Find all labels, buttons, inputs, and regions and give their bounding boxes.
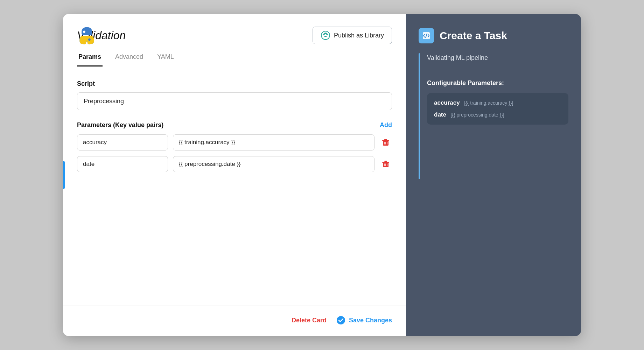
svg-rect-17	[382, 162, 389, 163]
tab-params[interactable]: Params	[77, 53, 103, 66]
right-body: Validating ML pipeline Configurable Para…	[419, 53, 568, 179]
publish-as-library-button[interactable]: Publish as Library	[313, 27, 392, 44]
delete-param-button-1[interactable]	[379, 136, 392, 149]
right-panel: Create a Task Validating ML pipeline Con…	[406, 14, 581, 336]
left-footer: Delete Card Save Changes	[63, 306, 406, 336]
trash-icon-1	[381, 138, 391, 147]
right-content: Validating ML pipeline Configurable Para…	[427, 53, 568, 179]
python-icon	[77, 26, 97, 45]
save-changes-button[interactable]: Save Changes	[336, 316, 392, 325]
svg-point-6	[83, 30, 85, 33]
trash-icon-2	[381, 159, 391, 169]
param-key-input-1[interactable]	[77, 134, 168, 150]
script-input[interactable]	[77, 92, 392, 110]
config-param-value-1: [{{ training.accuracy }}]	[464, 100, 513, 106]
param-value-input-1[interactable]	[173, 134, 374, 150]
delete-param-button-2[interactable]	[379, 158, 392, 170]
svg-rect-12	[384, 139, 387, 140]
left-panel: Validation Publish as Library Params Adv…	[63, 14, 406, 336]
code-icon	[421, 31, 431, 41]
config-param-key-1: accuracy	[434, 99, 460, 106]
config-param-key-2: date	[434, 111, 446, 118]
right-panel-title: Create a Task	[440, 30, 507, 42]
tab-advanced[interactable]: Advanced	[114, 53, 145, 66]
svg-point-8	[321, 31, 330, 40]
param-row-2	[77, 156, 392, 172]
pipeline-text: Validating ML pipeline	[427, 53, 568, 63]
left-header: Validation Publish as Library	[63, 14, 406, 44]
param-row-1	[77, 134, 392, 150]
modal-container: Validation Publish as Library Params Adv…	[63, 14, 581, 336]
blue-accent-bar	[419, 53, 420, 179]
svg-rect-11	[382, 140, 389, 141]
svg-rect-18	[384, 161, 387, 162]
config-param-row-2: date [{{ preprocessing.date }}]	[434, 111, 561, 118]
svg-point-7	[88, 38, 91, 41]
params-header: Parameters (Key value pairs) Add	[77, 121, 392, 129]
tabs-bar: Params Advanced YAML	[63, 44, 406, 66]
publish-button-label: Publish as Library	[334, 32, 384, 39]
left-content: Script Parameters (Key value pairs) Add	[63, 66, 406, 306]
config-param-value-2: [{{ preprocessing.date }}]	[450, 112, 504, 118]
config-params-box: accuracy [{{ training.accuracy }}] date …	[427, 93, 568, 125]
svg-point-22	[337, 316, 345, 324]
script-label: Script	[77, 80, 392, 88]
param-key-input-2[interactable]	[77, 156, 168, 172]
tab-yaml[interactable]: YAML	[156, 53, 175, 66]
param-value-input-2[interactable]	[173, 156, 374, 172]
params-label: Parameters (Key value pairs)	[77, 121, 163, 129]
save-check-icon	[336, 316, 345, 325]
save-changes-label: Save Changes	[349, 317, 392, 324]
left-accent-bar	[63, 161, 65, 189]
configurable-label: Configurable Parameters:	[427, 79, 568, 87]
delete-card-button[interactable]: Delete Card	[292, 317, 327, 324]
task-icon	[419, 28, 434, 43]
title-group: Validation	[77, 29, 126, 42]
config-param-row-1: accuracy [{{ training.accuracy }}]	[434, 99, 561, 106]
right-header: Create a Task	[419, 28, 568, 43]
publish-icon	[321, 30, 330, 40]
add-param-button[interactable]: Add	[380, 121, 392, 129]
